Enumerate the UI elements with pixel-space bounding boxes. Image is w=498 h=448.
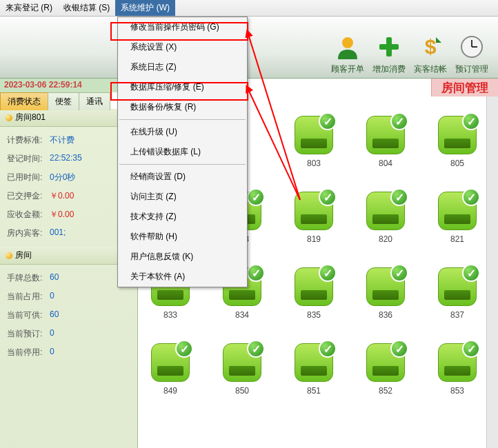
info-field: 房内宾客:001; [7,224,130,243]
dropdown-item[interactable]: 系统设置 (X) [118,37,247,57]
dropdown-item[interactable]: 数据备份/恢复 (R) [118,97,247,117]
room-item[interactable]: ✓850 [218,343,266,396]
room-item[interactable]: ✓851 [290,343,338,396]
menubar-item[interactable]: 系统维护 (W) [115,0,175,16]
room-label: 853 [450,386,464,396]
room-label: 851 [307,386,321,396]
room-item[interactable]: ✓837 [433,267,481,320]
sidebar-tabs: 消费状态便签通讯 [0,92,110,110]
room-item[interactable]: ✓835 [290,267,338,320]
toolbar-button-label: 顾客开单 [331,63,364,75]
dropdown-item[interactable]: 关于本软件 (A) [118,267,247,287]
room-item[interactable]: ✓819 [290,192,338,244]
menubar-item[interactable]: 来宾登记 (R) [0,0,58,16]
room-icon: ✓ [366,267,405,306]
room-item[interactable]: ✓804 [361,116,410,168]
room-item[interactable]: ✓821 [433,192,481,244]
room-item[interactable]: ✓805 [433,116,481,168]
bullet-icon [6,114,12,121]
room-icon: ✓ [295,267,333,306]
check-icon: ✓ [462,340,480,358]
check-icon: ✓ [319,112,337,130]
field-value: 0 [50,328,54,340]
dropdown-item[interactable]: 技术支持 (Z) [118,207,247,227]
room-label: 849 [163,386,177,396]
tab[interactable]: 便签 [48,92,79,110]
field-label: 计费标准: [7,134,50,146]
dropdown-item[interactable]: 经销商设置 (D) [118,167,247,187]
room-item[interactable]: ✓836 [361,267,410,320]
room-icon: ✓ [295,116,333,154]
page-title: 房间管理 [431,79,498,96]
room-label: 836 [379,310,392,320]
check-icon: ✓ [247,188,265,206]
room-item[interactable]: ✓849 [146,343,195,396]
room-icon: ✓ [438,343,477,382]
room-label: 834 [235,310,249,320]
room-icon: ✓ [223,343,261,382]
toolbar-button-label: 增加消费 [372,63,406,75]
tab[interactable]: 消费状态 [0,92,48,110]
check-icon: ✓ [390,188,408,206]
tab[interactable]: 通讯 [79,92,110,110]
field-value: 不计费 [50,134,74,146]
menubar-item[interactable]: 收银结算 (S) [58,0,115,16]
dropdown-item[interactable]: 访问主页 (Z) [118,187,247,207]
field-label: 当前可供: [7,309,50,321]
toolbar-button[interactable]: $宾客结帐 [410,17,451,78]
room-item[interactable]: ✓852 [361,343,410,396]
field-value: ￥0.00 [50,190,74,202]
check-icon: ✓ [462,188,480,206]
field-value: 001; [50,227,66,239]
dropdown-item[interactable]: 修改当前操作员密码 (G) [118,17,247,37]
toolbar-button[interactable]: 顾客开单 [327,17,368,78]
check-icon: ✓ [390,112,408,130]
info-field: 手牌总数:60 [7,269,130,287]
dollar-icon: $ [417,33,444,61]
dropdown-separator [119,119,246,120]
system-maintenance-dropdown: 修改当前操作员密码 (G)系统设置 (X)系统日志 (Z)数据库压缩/修复 (E… [117,17,248,287]
svg-rect-4 [379,44,399,50]
check-icon: ✓ [390,340,408,358]
room-icon: ✓ [438,116,477,154]
toolbar-button-label: 预订管理 [455,63,488,75]
room-item[interactable]: ✓803 [290,116,338,168]
dropdown-separator [119,164,246,165]
room-label: 837 [450,310,464,320]
dropdown-item[interactable]: 上传错误数据库 (L) [118,142,247,162]
room-label: 804 [379,159,392,168]
toolbar-button[interactable]: 增加消费 [368,17,410,78]
dropdown-item[interactable]: 系统日志 (Z) [118,57,247,77]
room-icon: ✓ [438,192,477,230]
field-value: 22:52:35 [50,153,82,165]
main-toolbar: 顾客开单增加消费$宾客结帐预订管理 [0,17,498,79]
room-label: 820 [379,234,392,244]
dropdown-item[interactable]: 数据库压缩/修复 (E) [118,77,247,97]
room-icon: ✓ [366,116,405,154]
dropdown-item[interactable]: 在线升级 (U) [118,122,247,142]
clock-icon [458,33,486,61]
check-icon: ✓ [390,264,408,282]
toolbar-button[interactable]: 预订管理 [451,17,492,78]
check-icon: ✓ [319,188,337,206]
info-field: 当前预订:0 [7,325,130,343]
room-item[interactable]: ✓853 [433,343,481,396]
vertical-scrollbar[interactable] [486,96,498,448]
field-label: 手牌总数: [7,272,50,284]
field-label: 应收金额: [7,209,50,221]
check-icon: ✓ [462,112,480,130]
room-label: 803 [307,159,321,168]
field-label: 已用时间: [7,172,50,183]
room-item[interactable]: ✓820 [361,192,410,244]
dropdown-item[interactable]: 用户信息反馈 (K) [118,247,247,267]
room-icon: ✓ [295,192,333,230]
field-label: 当前预订: [7,328,50,340]
check-icon: ✓ [462,264,480,282]
field-value: 0 [50,347,54,358]
info-field: 已用时间:0分0秒 [7,168,130,187]
field-value: 0分0秒 [50,172,75,183]
field-value: 60 [50,309,59,321]
room-label: 852 [379,386,392,396]
field-value: 0 [50,291,54,303]
dropdown-item[interactable]: 软件帮助 (H) [118,227,247,247]
